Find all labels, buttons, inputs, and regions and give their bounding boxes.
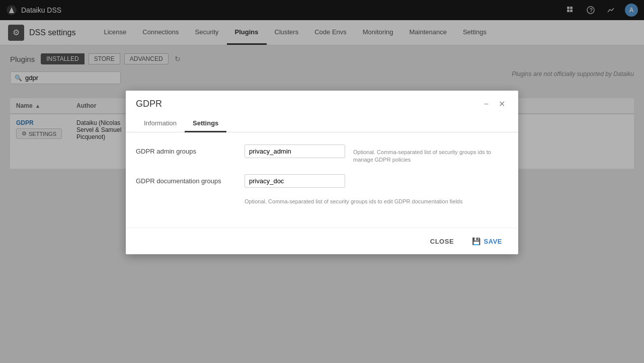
hint-doc-groups: Optional. Comma-separated list of securi… <box>245 198 462 205</box>
modal-close-x-button[interactable]: ✕ <box>496 99 508 109</box>
close-button[interactable]: CLOSE <box>424 235 460 248</box>
modal-header-actions: − ✕ <box>481 99 508 109</box>
modal-overlay: GDPR − ✕ Information Settings GDPR admin… <box>0 0 644 363</box>
hint-admin-groups: Optional. Comma-separated list of securi… <box>353 144 508 164</box>
modal-body: GDPR admin groups Optional. Comma-separa… <box>126 132 518 228</box>
modal-title: GDPR <box>136 99 162 109</box>
tab-settings[interactable]: Settings <box>185 115 226 132</box>
save-button[interactable]: 💾 SAVE <box>466 234 508 248</box>
save-icon: 💾 <box>472 237 481 245</box>
form-row-admin-groups: GDPR admin groups Optional. Comma-separa… <box>136 144 508 164</box>
tab-information[interactable]: Information <box>136 115 185 132</box>
label-admin-groups: GDPR admin groups <box>136 144 236 155</box>
modal-footer: CLOSE 💾 SAVE <box>126 228 518 254</box>
modal-header: GDPR − ✕ <box>126 91 518 109</box>
modal-dialog: GDPR − ✕ Information Settings GDPR admin… <box>126 91 518 254</box>
input-admin-groups[interactable] <box>245 144 345 158</box>
label-doc-groups: GDPR documentation groups <box>136 174 236 185</box>
modal-tabs: Information Settings <box>126 115 518 132</box>
form-row-doc-groups: GDPR documentation groups Optional. Comm… <box>136 174 508 205</box>
input-doc-groups[interactable] <box>245 174 345 188</box>
modal-minimize-button[interactable]: − <box>481 99 492 109</box>
